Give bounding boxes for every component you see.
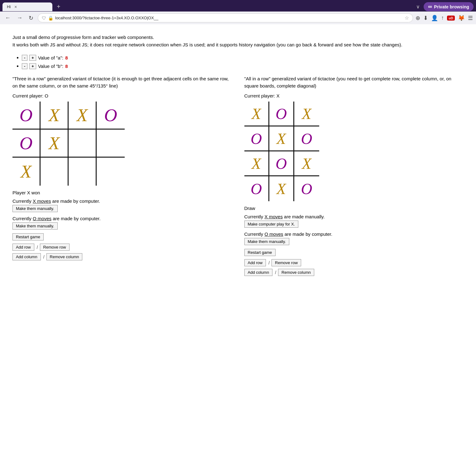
intro-line2: It works both with JS and without JS; it… xyxy=(12,41,464,49)
counter-b-decrement[interactable]: - xyxy=(22,63,27,69)
left-cell-2-0[interactable]: X xyxy=(12,158,41,186)
intro-line1: Just a small demo of progressive form an… xyxy=(12,34,464,41)
right-cell-0-2[interactable]: X xyxy=(294,102,319,126)
right-board-row-2: X O X xyxy=(244,151,319,176)
right-remove-col-btn[interactable]: Remove column xyxy=(278,269,314,276)
page-content: Just a small demo of progressive form an… xyxy=(0,24,476,429)
private-browsing-label: Private browsing xyxy=(434,4,469,9)
active-tab[interactable]: Hi × xyxy=(2,2,52,11)
counter-b-item: - + Value of "b": 8 xyxy=(22,63,464,69)
right-game: "All in a row" generalized variant of ti… xyxy=(244,75,464,278)
left-cell-2-1[interactable] xyxy=(41,158,69,186)
ublock-icon[interactable]: uD xyxy=(447,16,455,21)
browser-chrome: Hi × + ∨ ∞ Private browsing ← → ↻ 🛡 🔒 lo… xyxy=(0,0,476,24)
left-cell-2-2[interactable] xyxy=(69,158,97,186)
left-cell-0-0[interactable]: O xyxy=(12,102,41,130)
bookmark-icon[interactable]: ☆ xyxy=(405,15,409,21)
left-cell-1-3[interactable] xyxy=(97,130,125,158)
downloads-icon[interactable]: ⬇ xyxy=(423,15,428,21)
right-cell-2-0[interactable]: X xyxy=(244,151,269,176)
right-o-control: Currently O moves are made by computer. … xyxy=(244,231,464,245)
left-remove-row-btn[interactable]: Remove row xyxy=(40,244,70,251)
right-row-controls: Add row / Remove row Add column / Remove… xyxy=(244,259,464,276)
counter-a-decrement[interactable]: - xyxy=(22,55,27,61)
counter-b-label: Value of "b": xyxy=(38,64,63,69)
counter-a-item: - + Value of "a": 8 xyxy=(22,55,464,61)
address-bar[interactable]: 🛡 🔒 localhost:3000/?tictactoe-three-1=3x… xyxy=(38,13,413,22)
right-add-row-btn[interactable]: Add row xyxy=(244,259,266,266)
left-add-col-btn[interactable]: Add column xyxy=(12,253,41,260)
right-cell-1-2[interactable]: O xyxy=(294,126,319,151)
account-icon[interactable]: 👤 xyxy=(431,15,438,21)
counter-a-increment[interactable]: + xyxy=(29,55,36,61)
left-board: O X X O O X X xyxy=(12,102,125,186)
right-current-player: Current player: X xyxy=(244,93,464,98)
left-cell-1-1[interactable]: X xyxy=(41,130,69,158)
right-cell-0-1[interactable]: O xyxy=(269,102,294,126)
extension-icon[interactable]: 🦊 xyxy=(458,15,465,21)
counter-list: - + Value of "a": 8 - + Value of "b": 8 xyxy=(22,55,464,69)
left-cell-1-0[interactable]: O xyxy=(12,130,41,158)
menu-icon[interactable]: ☰ xyxy=(468,15,473,21)
counter-b-increment[interactable]: + xyxy=(29,63,36,69)
right-o-moves-label: Currently O moves are made by computer. xyxy=(244,231,464,237)
intro-section: Just a small demo of progressive form an… xyxy=(12,34,464,49)
pocket-icon[interactable]: ⊕ xyxy=(416,15,420,21)
left-x-moves-label: Currently X moves are made by computer. xyxy=(12,198,232,204)
back-button[interactable]: ← xyxy=(3,14,12,22)
left-row-separator: / xyxy=(37,245,38,250)
lock-icon: 🔒 xyxy=(48,16,53,21)
right-col-line: Add column / Remove column xyxy=(244,269,464,276)
right-game-description: "All in a row" generalized variant of ti… xyxy=(244,75,464,89)
left-col-separator: / xyxy=(43,254,45,259)
url-text: localhost:3000/?tictactoe-three-1=3x4.XO… xyxy=(55,16,403,20)
tab-close-btn[interactable]: × xyxy=(14,4,17,9)
left-o-control: Currently O moves are made by computer. … xyxy=(12,216,232,230)
left-o-manual-btn[interactable]: Make them manually. xyxy=(12,222,58,230)
right-cell-3-1[interactable]: X xyxy=(269,176,294,201)
left-cell-2-3[interactable] xyxy=(97,158,125,186)
share-icon[interactable]: ↑ xyxy=(441,15,444,21)
right-board-row-3: O X O xyxy=(244,176,319,201)
left-board-row-0: O X X O xyxy=(12,102,125,130)
right-cell-2-2[interactable]: X xyxy=(294,151,319,176)
left-restart-btn[interactable]: Restart game xyxy=(12,233,44,240)
right-col-separator: / xyxy=(275,270,276,275)
left-row-line: Add row / Remove row xyxy=(12,244,232,251)
new-tab-btn[interactable]: + xyxy=(54,2,64,12)
left-cell-1-2[interactable] xyxy=(69,130,97,158)
games-container: "Three in a row" generalized variant of … xyxy=(12,75,464,278)
right-add-col-btn[interactable]: Add column xyxy=(244,269,273,276)
tab-list-chevron[interactable]: ∨ xyxy=(414,2,422,11)
right-cell-3-2[interactable]: O xyxy=(294,176,319,201)
right-o-manual-btn[interactable]: Make them manually. xyxy=(244,238,290,245)
left-cell-0-3[interactable]: O xyxy=(97,102,125,130)
right-cell-3-0[interactable]: O xyxy=(244,176,269,201)
right-cell-0-0[interactable]: X xyxy=(244,102,269,126)
right-board: X O X O X O X O X O xyxy=(244,102,319,201)
left-board-row-2: X xyxy=(12,158,125,186)
right-cell-1-0[interactable]: O xyxy=(244,126,269,151)
shield-icon: 🛡 xyxy=(42,16,46,21)
counter-b-value: 8 xyxy=(65,64,68,69)
right-cell-2-1[interactable]: O xyxy=(269,151,294,176)
counter-a-label: Value of "a": xyxy=(38,55,63,60)
forward-button[interactable]: → xyxy=(15,14,24,22)
reload-button[interactable]: ↻ xyxy=(27,14,35,22)
left-cell-0-2[interactable]: X xyxy=(69,102,97,130)
left-add-row-btn[interactable]: Add row xyxy=(12,244,34,251)
right-restart-btn[interactable]: Restart game xyxy=(244,249,276,256)
left-remove-col-btn[interactable]: Remove column xyxy=(46,253,83,260)
right-game-status: Draw xyxy=(244,206,464,211)
left-x-manual-btn[interactable]: Make them manually. xyxy=(12,205,58,212)
right-cell-1-1[interactable]: X xyxy=(269,126,294,151)
right-x-computer-btn[interactable]: Make computer play for X. xyxy=(244,221,299,228)
left-game-status: Player X won xyxy=(12,190,232,195)
left-o-moves-label: Currently O moves are made by computer. xyxy=(12,216,232,221)
right-remove-row-btn[interactable]: Remove row xyxy=(272,259,301,266)
left-board-row-1: O X xyxy=(12,130,125,158)
nav-bar: ← → ↻ 🛡 🔒 localhost:3000/?tictactoe-thre… xyxy=(0,12,476,24)
private-browsing-icon: ∞ xyxy=(428,3,432,10)
right-board-row-0: X O X xyxy=(244,102,319,126)
left-cell-0-1[interactable]: X xyxy=(41,102,69,130)
